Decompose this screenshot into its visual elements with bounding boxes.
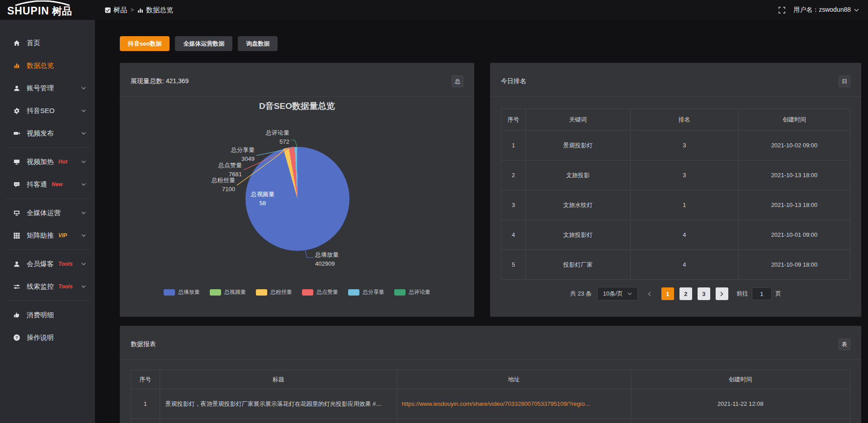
column-header: 创建时间 (738, 109, 850, 131)
chevron-right-icon (720, 291, 723, 296)
bar-chart-icon (137, 7, 143, 13)
chart-title: D音SEO数据量总览 (120, 100, 474, 112)
gear-icon (13, 107, 21, 114)
chevron-down-icon (81, 183, 86, 186)
user-icon (13, 85, 21, 92)
legend-label: 总粉丝量 (270, 288, 292, 296)
table-cell: 1 (501, 131, 526, 160)
legend-swatch (256, 289, 267, 296)
table-cell: 2021-10-13 18:00 (738, 160, 850, 190)
video-link[interactable]: https://www.iesdouyin.com/share/video/70… (402, 400, 591, 407)
chevron-down-icon (81, 263, 86, 265)
sidebar-item-account-manage[interactable]: 账号管理 (0, 77, 95, 99)
breadcrumb: 树品 > 数据总览 (105, 6, 173, 14)
sidebar-item-data-overview[interactable]: 数据总览 (0, 54, 95, 77)
table-cell: 2021-11-22 12:08 (631, 389, 850, 419)
seo-overview-panel: 展现量总数: 421,369 总 D音SEO数据量总览 (120, 63, 474, 317)
legend-item[interactable]: 总分享量 (348, 288, 384, 296)
column-header: 创建时间 (631, 370, 850, 389)
logo-text-cn: 树品 (52, 5, 72, 18)
goto-label: 前往 (736, 290, 748, 298)
page-2-button[interactable]: 2 (679, 287, 692, 300)
breadcrumb-current[interactable]: 数据总览 (137, 6, 173, 14)
legend-swatch (348, 289, 359, 296)
sidebar-item-consumption-detail[interactable]: 消费明细 (0, 304, 95, 326)
sidebar-item-media-operation[interactable]: 全媒体运营 (0, 202, 95, 224)
sidebar-item-clue-monitor[interactable]: 线索监控Tools (0, 275, 95, 298)
table-cell: 2 (501, 160, 526, 190)
column-header: 排名 (630, 109, 738, 131)
legend-item[interactable]: 总点赞量 (302, 288, 338, 296)
sidebar-item-douyin-seo[interactable]: 抖音SEO (0, 99, 95, 122)
tab-media-operation-data[interactable]: 全媒体运营数据 (175, 36, 232, 51)
sidebar-item-matrix-boost[interactable]: 矩阵助推VIP (0, 224, 95, 247)
sidebar-item-label: 数据总览 (27, 61, 54, 70)
sidebar-item-label: 抖客通 (27, 180, 47, 189)
table-cell: 4 (630, 250, 738, 280)
sidebar-item-label: 视频发布 (27, 129, 54, 138)
help-icon: ? (13, 334, 21, 341)
sidebar-item-douketong[interactable]: 抖客通New (0, 173, 95, 196)
app-window: SHUPIN 树品 树品 > 数据总览 用户名：zswodun88 (0, 0, 868, 423)
next-page-button[interactable] (716, 287, 728, 300)
sidebar-divider (5, 147, 90, 148)
pie-label-videos: 总视频量58 (246, 190, 279, 208)
page-3-button[interactable]: 3 (698, 287, 710, 300)
table-cell: 景观投影灯，夜游景观投影灯厂家展示展示落花灯在花园里的灯光投影应用效果 #… (160, 389, 397, 419)
day-badge-button[interactable]: 日 (839, 75, 850, 87)
sidebar-item-label: 全媒体运营 (27, 209, 61, 217)
table-cell (131, 419, 160, 423)
sidebar-item-video-heat[interactable]: 视频加热Hot (0, 150, 95, 173)
data-report-panel: 数据报表 表 序号标题地址创建时间 1景观投影灯，夜游景观投影灯厂家展示展示落花… (120, 326, 861, 423)
sidebar-item-label: 操作说明 (27, 334, 54, 342)
table-cell: 3 (630, 131, 738, 160)
table-badge-button[interactable]: 表 (839, 338, 850, 350)
table-cell: 2021-10-13 18:00 (738, 190, 850, 220)
legend-label: 总点赞量 (316, 288, 338, 296)
table-row: 1景观投影灯32021-10-02 09:00 (501, 131, 850, 160)
table-cell: 5 (501, 250, 526, 280)
legend-item[interactable]: 总视频量 (210, 288, 246, 296)
page-size-select[interactable]: 10条/页 (597, 287, 638, 301)
legend-label: 总视频量 (224, 288, 246, 296)
table-cell: 2021-10-09 18:00 (738, 250, 850, 280)
user-menu[interactable]: 用户名：zswodun88 (793, 6, 859, 14)
sidebar-item-home[interactable]: 首页 (0, 32, 95, 54)
tab-inquiry-data[interactable]: 询盘数据 (238, 36, 278, 51)
table-cell: 景观投影灯 (526, 131, 631, 160)
table-cell: https://www.iesdouyin.com/share/video/70… (397, 389, 631, 419)
sidebar-item-label: 抖音SEO (27, 107, 55, 115)
member-icon (13, 260, 21, 268)
bars-icon (13, 62, 21, 69)
today-ranking-panel: 今日排名 日 序号关键词排名创建时间 1景观投影灯32021-10-02 09:… (490, 63, 861, 317)
badge-tools: Tools (58, 261, 73, 267)
legend-item[interactable]: 总粉丝量 (256, 288, 292, 296)
breadcrumb-separator: > (131, 7, 134, 13)
legend-swatch (210, 289, 221, 296)
app-logo[interactable]: SHUPIN 树品 (0, 0, 95, 20)
table-cell: 4 (630, 220, 738, 250)
wallet-icon (13, 311, 21, 319)
breadcrumb-root[interactable]: 树品 (105, 6, 127, 14)
page-1-button[interactable]: 1 (661, 287, 674, 300)
comment-icon (13, 181, 21, 188)
legend-label: 总播放量 (178, 288, 200, 296)
sidebar-item-video-publish[interactable]: 视频发布 (0, 122, 95, 145)
total-badge-button[interactable]: 总 (452, 75, 463, 87)
badge-hot: Hot (58, 159, 67, 165)
legend-item[interactable]: 总播放量 (164, 288, 200, 296)
fullscreen-icon[interactable] (778, 7, 785, 14)
goto-suffix-label: 页 (775, 290, 781, 298)
legend-item[interactable]: 总评论量 (394, 288, 430, 296)
sidebar-item-member-baoke[interactable]: 会员爆客Tools (0, 253, 95, 275)
chevron-down-icon (854, 9, 859, 12)
grid-icon (13, 232, 21, 239)
tab-douyin-seo-data[interactable]: 抖音seo数据 (120, 36, 170, 51)
pie-label-comments: 总评论量572 (249, 128, 289, 146)
sidebar-item-operation-guide[interactable]: ?操作说明 (0, 326, 95, 349)
goto-page-input[interactable] (752, 287, 772, 300)
sliders-icon (13, 283, 21, 290)
prev-page-button[interactable] (643, 287, 656, 300)
table-cell: 3 (630, 160, 738, 190)
home-icon (13, 39, 21, 47)
